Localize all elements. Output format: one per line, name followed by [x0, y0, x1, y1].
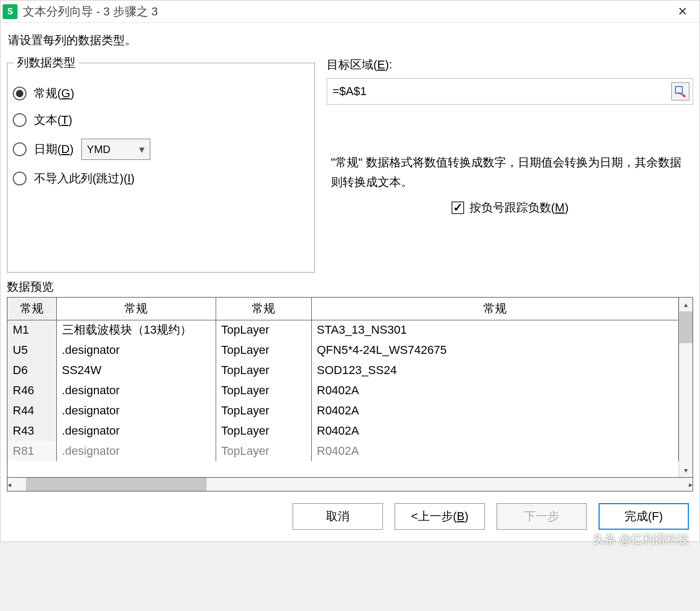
app-logo-icon: S — [3, 4, 18, 19]
preview-table-area[interactable]: 常规 常规 常规 常规 M1 三相载波模块（13规约） TopLayer — [7, 298, 679, 477]
titlebar: S 文本分列向导 - 3 步骤之 3 ✕ — [1, 1, 699, 23]
preview-header-row: 常规 常规 常规 常规 — [7, 298, 679, 320]
radio-label-date: 日期(D) — [34, 141, 74, 157]
scroll-thumb[interactable] — [26, 478, 207, 491]
finish-button[interactable]: 完成(F) — [599, 503, 689, 530]
preview-section: 数据预览 常规 常规 常规 常规 — [7, 279, 693, 496]
range-picker-button[interactable] — [671, 82, 689, 100]
column-header[interactable]: 常规 — [216, 298, 311, 320]
table-row: M1 三相载波模块（13规约） TopLayer STA3_13_NS301 — [7, 320, 679, 340]
radio-icon[interactable] — [13, 142, 27, 156]
back-button[interactable]: <上一步(B) — [395, 503, 485, 530]
radio-skip[interactable]: 不导入此列(跳过)(I) — [13, 165, 310, 192]
negative-tracking-checkbox-row[interactable]: ✓ 按负号跟踪负数(M) — [327, 200, 693, 216]
scroll-up-icon[interactable]: ▴ — [679, 298, 693, 311]
table-row: R81 .designator TopLayer R0402A — [7, 441, 679, 461]
scroll-right-icon[interactable]: ▸ — [689, 478, 693, 491]
preview-box: 常规 常规 常规 常规 M1 三相载波模块（13规约） TopLayer — [7, 297, 693, 478]
wizard-dialog: S 文本分列向导 - 3 步骤之 3 ✕ 请设置每列的数据类型。 列数据类型 常… — [0, 0, 700, 542]
radio-date[interactable]: 日期(D) YMD — [13, 133, 310, 165]
scroll-left-icon[interactable]: ◂ — [7, 478, 11, 491]
radio-text[interactable]: 文本(T) — [13, 107, 310, 133]
range-picker-icon — [675, 86, 686, 97]
checkbox-icon[interactable]: ✓ — [451, 201, 464, 214]
close-button[interactable]: ✕ — [668, 1, 697, 23]
scroll-track[interactable] — [679, 311, 693, 463]
radio-label-text: 文本(T) — [34, 112, 72, 128]
radio-label-skip: 不导入此列(跳过)(I) — [34, 171, 134, 186]
scroll-down-icon[interactable]: ▾ — [679, 463, 693, 477]
radio-general[interactable]: 常规(G) — [13, 80, 310, 107]
column-header[interactable]: 常规 — [311, 298, 679, 320]
scroll-track[interactable] — [11, 478, 689, 491]
next-button: 下一步 — [497, 503, 587, 530]
date-format-select[interactable]: YMD — [81, 139, 150, 160]
radio-icon[interactable] — [13, 113, 27, 127]
table-row: U5 .designator TopLayer QFN5*4-24L_WS742… — [7, 340, 679, 360]
format-hint-text: "常规" 数据格式将数值转换成数字，日期值会转换为日期，其余数据则转换成文本。 — [327, 152, 693, 192]
dialog-content: 请设置每列的数据类型。 列数据类型 常规(G) 文本(T) 日期(D) YMD — [1, 23, 699, 541]
checkbox-label: 按负号跟踪负数(M) — [469, 200, 569, 216]
window-title: 文本分列向导 - 3 步骤之 3 — [23, 4, 668, 20]
table-row: R44 .designator TopLayer R0402A — [7, 401, 679, 421]
select-value: YMD — [87, 143, 110, 156]
instruction-text: 请设置每列的数据类型。 — [7, 32, 693, 48]
radio-icon[interactable] — [13, 87, 27, 100]
column-header[interactable]: 常规 — [7, 298, 56, 320]
preview-label: 数据预览 — [7, 279, 693, 295]
radio-icon[interactable] — [13, 172, 27, 185]
column-header[interactable]: 常规 — [56, 298, 216, 320]
table-row: D6 SS24W TopLayer SOD123_SS24 — [7, 360, 679, 380]
group-legend: 列数据类型 — [14, 55, 79, 71]
target-range-input-wrap — [327, 78, 693, 105]
table-row: R43 .designator TopLayer R0402A — [7, 421, 679, 441]
preview-table: 常规 常规 常规 常规 M1 三相载波模块（13规约） TopLayer — [7, 298, 679, 461]
table-row: R46 .designator TopLayer R0402A — [7, 380, 679, 401]
cancel-button[interactable]: 取消 — [293, 503, 383, 530]
radio-label-general: 常规(G) — [34, 86, 74, 101]
dialog-button-row: 取消 <上一步(B) 下一步 完成(F) — [7, 496, 693, 533]
column-data-type-group: 列数据类型 常规(G) 文本(T) 日期(D) YMD — [7, 55, 315, 273]
right-column: 目标区域(E): "常规" 数据格式将数值转换成数字，日期值会转换为日期，其余数… — [327, 55, 693, 273]
scroll-thumb[interactable] — [679, 311, 693, 343]
vertical-scrollbar[interactable]: ▴ ▾ — [679, 298, 693, 477]
horizontal-scrollbar[interactable]: ◂ ▸ — [7, 478, 693, 491]
target-range-label: 目标区域(E): — [327, 57, 693, 73]
target-range-input[interactable] — [330, 82, 668, 100]
